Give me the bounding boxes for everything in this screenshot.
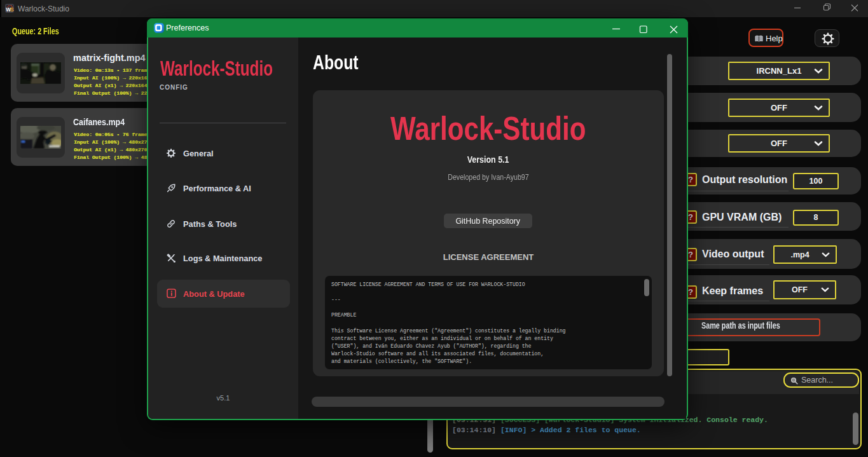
- svg-text:S: S: [10, 6, 14, 13]
